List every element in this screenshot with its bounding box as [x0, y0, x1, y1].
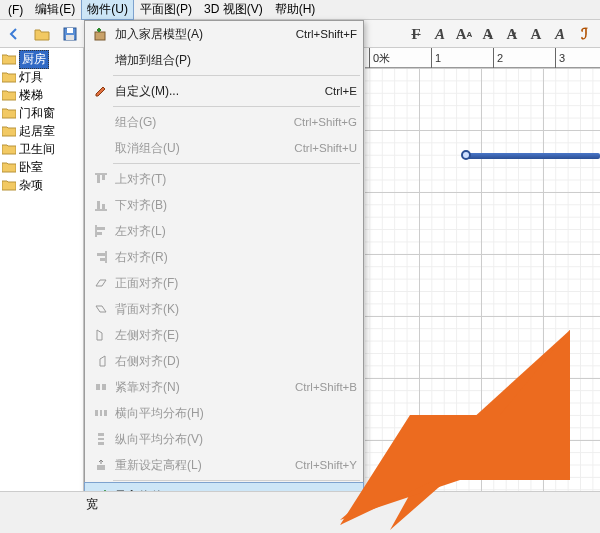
menu-furniture[interactable]: 物件(U): [81, 0, 134, 20]
tree-item-lighting[interactable]: 灯具: [0, 68, 83, 86]
annotation-button[interactable]: ℐ: [574, 24, 594, 44]
folder-icon: [2, 89, 16, 101]
blank-icon: [91, 50, 111, 70]
menu-reset-elevation[interactable]: 重新设定高程(L) Ctrl+Shift+Y: [85, 452, 363, 478]
menu-shortcut: Ctrl+Shift+Y: [295, 459, 357, 471]
svg-rect-24: [97, 465, 105, 470]
toolbar-save-button[interactable]: [58, 22, 82, 46]
svg-rect-18: [95, 410, 98, 416]
menu-align-front[interactable]: 正面对齐(F): [85, 270, 363, 296]
italic-button[interactable]: A: [430, 24, 450, 44]
wall-endpoint[interactable]: [461, 150, 471, 160]
menu-item-label: 背面对齐(K): [115, 301, 357, 318]
bold-a-button[interactable]: A: [526, 24, 546, 44]
distribute-v-icon: [91, 429, 111, 449]
status-bar: 宽: [0, 491, 600, 533]
svg-rect-21: [98, 433, 104, 436]
tree-item-doors-windows[interactable]: 门和窗: [0, 104, 83, 122]
menu-item-label: 正面对齐(F): [115, 275, 357, 292]
tree-item-stairs[interactable]: 楼梯: [0, 86, 83, 104]
folder-icon: [2, 53, 16, 65]
status-cell-width: 宽: [80, 496, 160, 513]
svg-rect-2: [66, 35, 74, 40]
menu-item-label: 组合(G): [115, 114, 294, 131]
menu-plan[interactable]: 平面图(P): [134, 0, 198, 20]
increase-font-button[interactable]: A▲: [478, 24, 498, 44]
tree-item-kitchen[interactable]: 厨房: [0, 50, 83, 68]
wall-segment[interactable]: [465, 153, 600, 159]
italic-a-button[interactable]: A: [550, 24, 570, 44]
menu-item-label: 左对齐(L): [115, 223, 357, 240]
align-back-icon: [91, 299, 111, 319]
tree-item-label: 起居室: [19, 123, 55, 140]
menu-ungroup[interactable]: 取消组合(U) Ctrl+Shift+U: [85, 135, 363, 161]
menu-edit[interactable]: 编辑(E): [29, 0, 81, 20]
ruler-tick: 0米: [369, 48, 431, 68]
menu-add-to-group[interactable]: 增加到组合(P): [85, 47, 363, 73]
menu-align-right[interactable]: 右对齐(R): [85, 244, 363, 270]
tree-item-label: 门和窗: [19, 105, 55, 122]
tree-item-label: 灯具: [19, 69, 43, 86]
menu-shortcut: Ctrl+Shift+U: [294, 142, 357, 154]
tree-item-label: 厨房: [19, 50, 49, 69]
plan-grid[interactable]: [365, 68, 600, 491]
furniture-menu-dropdown: 加入家居模型(A) Ctrl+Shift+F 增加到组合(P) 自定义(M)..…: [84, 20, 364, 533]
svg-rect-5: [97, 175, 100, 183]
menu-item-label: 纵向平均分布(V): [115, 431, 357, 448]
text-format-toolbar: F A AA A▲ A▼ A A ℐ: [406, 20, 598, 48]
menu-customize[interactable]: 自定义(M)... Ctrl+E: [85, 78, 363, 104]
menu-align-back[interactable]: 背面对齐(K): [85, 296, 363, 322]
svg-rect-11: [97, 227, 105, 230]
decrease-font-button[interactable]: A▼: [502, 24, 522, 44]
menu-file[interactable]: (F): [2, 1, 29, 19]
menu-align-side-left[interactable]: 左侧对齐(E): [85, 322, 363, 348]
align-top-icon: [91, 169, 111, 189]
menu-item-label: 左侧对齐(E): [115, 327, 357, 344]
bold-button[interactable]: F: [406, 24, 426, 44]
menu-align-left[interactable]: 左对齐(L): [85, 218, 363, 244]
svg-rect-3: [95, 32, 105, 40]
menu-align-top[interactable]: 上对齐(T): [85, 166, 363, 192]
menu-distribute-v[interactable]: 纵向平均分布(V): [85, 426, 363, 452]
menu-3dview[interactable]: 3D 视图(V): [198, 0, 269, 20]
menu-shortcut: Ctrl+Shift+G: [294, 116, 357, 128]
svg-rect-15: [100, 258, 105, 261]
svg-rect-12: [97, 232, 102, 235]
menu-item-label: 重新设定高程(L): [115, 457, 295, 474]
menu-item-label: 取消组合(U): [115, 140, 294, 157]
catalog-tree: 厨房 灯具 楼梯 门和窗 起居室 卫生间 卧室 杂项: [0, 48, 84, 491]
ruler-tick: 3: [555, 48, 600, 68]
align-tight-icon: [91, 377, 111, 397]
tree-item-living-room[interactable]: 起居室: [0, 122, 83, 140]
menu-help[interactable]: 帮助(H): [269, 0, 322, 20]
menu-shortcut: Ctrl+Shift+B: [295, 381, 357, 393]
folder-icon: [2, 71, 16, 83]
font-button[interactable]: AA: [454, 24, 474, 44]
blank-icon: [91, 138, 111, 158]
tree-item-label: 卫生间: [19, 141, 55, 158]
toolbar-open-button[interactable]: [30, 22, 54, 46]
folder-icon: [2, 161, 16, 173]
menu-align-bottom[interactable]: 下对齐(B): [85, 192, 363, 218]
menu-group[interactable]: 组合(G) Ctrl+Shift+G: [85, 109, 363, 135]
menu-item-label: 上对齐(T): [115, 171, 357, 188]
menu-align-side-right[interactable]: 右侧对齐(D): [85, 348, 363, 374]
menu-align-tight[interactable]: 紧靠对齐(N) Ctrl+Shift+B: [85, 374, 363, 400]
tree-item-bedroom[interactable]: 卧室: [0, 158, 83, 176]
blank-icon: [91, 112, 111, 132]
tree-item-bathroom[interactable]: 卫生间: [0, 140, 83, 158]
ruler-tick: 1: [431, 48, 493, 68]
svg-rect-19: [100, 410, 102, 416]
tree-item-misc[interactable]: 杂项: [0, 176, 83, 194]
toolbar-back-button[interactable]: [2, 22, 26, 46]
distribute-h-icon: [91, 403, 111, 423]
menu-shortcut: Ctrl+Shift+F: [296, 28, 357, 40]
menu-item-label: 横向平均分布(H): [115, 405, 357, 422]
align-right-icon: [91, 247, 111, 267]
svg-rect-8: [97, 201, 100, 209]
menu-distribute-h[interactable]: 横向平均分布(H): [85, 400, 363, 426]
svg-rect-20: [104, 410, 107, 416]
menu-add-home-furniture[interactable]: 加入家居模型(A) Ctrl+Shift+F: [85, 21, 363, 47]
menu-item-label: 增加到组合(P): [115, 52, 357, 69]
align-left-icon: [91, 221, 111, 241]
